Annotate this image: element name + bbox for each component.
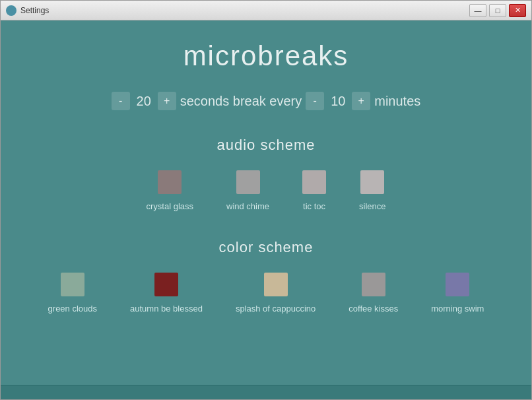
color-section: color scheme green cloudsautumn be bless… bbox=[27, 239, 505, 315]
color-item-morning-swim[interactable]: morning swim bbox=[431, 273, 484, 315]
seconds-plus-button[interactable]: + bbox=[158, 92, 176, 110]
audio-item-silence[interactable]: silence bbox=[359, 170, 385, 213]
break-config-row: - 20 + seconds break every - 10 + minute… bbox=[112, 92, 421, 110]
color-item-autumn-blessed[interactable]: autumn be blessed bbox=[130, 273, 203, 315]
audio-swatch-wind-chime bbox=[236, 170, 260, 194]
window-controls: — □ ✕ bbox=[469, 4, 526, 17]
audio-label-silence: silence bbox=[359, 201, 385, 213]
audio-swatch-silence bbox=[360, 170, 384, 194]
audio-label-wind-chime: wind chime bbox=[226, 201, 269, 213]
close-button[interactable]: ✕ bbox=[509, 4, 526, 17]
color-label-splash-cappuccino: splash of cappuccino bbox=[236, 303, 316, 315]
color-swatch-green-clouds bbox=[61, 273, 84, 296]
audio-item-wind-chime[interactable]: wind chime bbox=[226, 170, 269, 213]
audio-scheme-row: crystal glasswind chimetic tocsilence bbox=[146, 170, 385, 213]
color-item-green-clouds[interactable]: green clouds bbox=[48, 273, 97, 315]
window-title: Settings bbox=[20, 6, 469, 15]
color-swatch-coffee-kisses bbox=[362, 273, 385, 296]
color-label-green-clouds: green clouds bbox=[48, 303, 97, 315]
titlebar: Settings — □ ✕ bbox=[1, 1, 531, 20]
color-scheme-row: green cloudsautumn be blessedsplash of c… bbox=[48, 273, 484, 315]
seconds-minus-button[interactable]: - bbox=[112, 92, 130, 110]
audio-label-crystal-glass: crystal glass bbox=[146, 201, 193, 213]
audio-swatch-tic-toc bbox=[302, 170, 326, 194]
minimize-button[interactable]: — bbox=[469, 4, 486, 17]
audio-item-tic-toc[interactable]: tic toc bbox=[302, 170, 326, 213]
seconds-label: seconds break every bbox=[180, 94, 302, 109]
color-item-coffee-kisses[interactable]: coffee kisses bbox=[349, 273, 398, 315]
color-swatch-autumn-blessed bbox=[154, 273, 178, 296]
minutes-minus-button[interactable]: - bbox=[306, 92, 324, 110]
audio-section-title: audio scheme bbox=[217, 137, 316, 154]
maximize-button[interactable]: □ bbox=[489, 4, 506, 17]
color-label-coffee-kisses: coffee kisses bbox=[349, 303, 398, 315]
statusbar bbox=[1, 385, 531, 399]
minutes-label: minutes bbox=[374, 94, 420, 109]
color-label-morning-swim: morning swim bbox=[431, 303, 484, 315]
color-swatch-morning-swim bbox=[446, 273, 469, 296]
minutes-value: 10 bbox=[328, 94, 348, 109]
audio-label-tic-toc: tic toc bbox=[303, 201, 325, 213]
color-swatch-splash-cappuccino bbox=[264, 273, 288, 296]
color-item-splash-cappuccino[interactable]: splash of cappuccino bbox=[236, 273, 316, 315]
color-label-autumn-blessed: autumn be blessed bbox=[130, 303, 203, 315]
app-title: microbreaks bbox=[183, 40, 349, 72]
audio-item-crystal-glass[interactable]: crystal glass bbox=[146, 170, 193, 213]
audio-swatch-crystal-glass bbox=[158, 170, 182, 194]
minutes-plus-button[interactable]: + bbox=[352, 92, 370, 110]
main-content: microbreaks - 20 + seconds break every -… bbox=[1, 20, 531, 385]
settings-window: Settings — □ ✕ microbreaks - 20 + second… bbox=[0, 0, 532, 400]
seconds-value: 20 bbox=[134, 94, 154, 109]
color-section-title: color scheme bbox=[219, 239, 314, 256]
app-icon bbox=[6, 5, 17, 16]
